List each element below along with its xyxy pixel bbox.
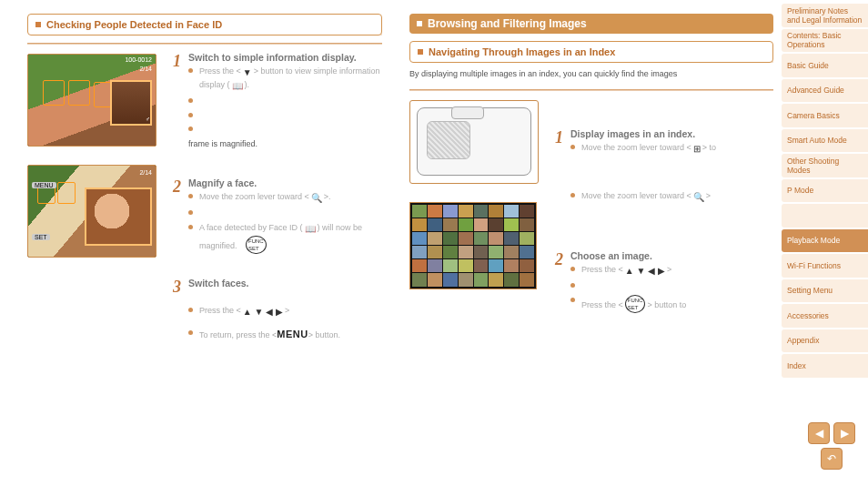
divider bbox=[409, 89, 773, 91]
page-nav: ◀ ▶ ↶ bbox=[808, 422, 855, 470]
lcd-example-1: 100-0012 2/14 ♂ bbox=[27, 54, 156, 147]
camera-grip bbox=[427, 121, 470, 159]
sidebar-item-4[interactable]: Camera Basics bbox=[782, 104, 868, 127]
book-icon: 📖 bbox=[305, 223, 316, 236]
bullet-text bbox=[199, 96, 382, 107]
divider bbox=[27, 43, 382, 45]
sidebar-nav: Preliminary Notes and Legal InformationC… bbox=[782, 4, 868, 380]
bullet-text: To return, press the <MENU> button. bbox=[199, 328, 382, 341]
bullet-icon bbox=[188, 330, 193, 335]
bullet-icon bbox=[188, 98, 193, 103]
sidebar-item-7[interactable]: P Mode bbox=[782, 179, 868, 203]
sidebar-item-14[interactable]: Index bbox=[782, 354, 868, 378]
page-return-button[interactable]: ↶ bbox=[821, 448, 843, 470]
bullet-text bbox=[199, 124, 382, 136]
sub-heading: Navigating Through Images in an Index bbox=[409, 41, 773, 63]
sidebar-item-1[interactable]: Contents: Basic Operations bbox=[782, 29, 868, 53]
bullet-text: Press the <▲ ▼ ◀ ▶> bbox=[199, 305, 382, 319]
bullet-text bbox=[199, 208, 382, 219]
bullet-text: A face detected by Face ID (📖) will now … bbox=[199, 222, 382, 255]
osd-gender: ♂ bbox=[146, 116, 150, 122]
bullet-text: Move the zoom lever toward <🔍>. bbox=[199, 191, 382, 205]
sidebar-item-5[interactable]: Smart Auto Mode bbox=[782, 129, 868, 153]
step-title: Magnify a face. bbox=[188, 177, 382, 188]
step-tail: frame is magnified. bbox=[188, 139, 382, 148]
bullet-text: Press the <▼> button to view simple info… bbox=[199, 66, 382, 93]
lcd-example-2: 2/14 MENU SET bbox=[27, 165, 156, 258]
face-box bbox=[57, 182, 76, 204]
step-number: 1 bbox=[173, 52, 181, 148]
osd-menu: MENU bbox=[32, 182, 56, 188]
bullet-icon bbox=[188, 308, 193, 312]
step-number: 2 bbox=[173, 177, 181, 257]
bullet-text bbox=[581, 280, 769, 292]
bullet-icon bbox=[570, 283, 575, 288]
func-set-icon: FUNCSET bbox=[246, 236, 267, 255]
arrow-keys: ▲ ▼ ◀ ▶ bbox=[243, 306, 283, 319]
bullet-icon bbox=[188, 225, 193, 229]
menu-label: MENU bbox=[277, 329, 308, 339]
bullet-icon bbox=[188, 194, 193, 198]
heading-marker bbox=[418, 49, 423, 55]
heading-marker bbox=[35, 22, 41, 27]
page-prev-button[interactable]: ◀ bbox=[808, 422, 830, 444]
bullet-text: Move the zoom lever toward <⊞> to bbox=[581, 142, 769, 156]
bullet-icon bbox=[188, 68, 193, 73]
sidebar-item-9[interactable]: Playback Mode bbox=[782, 229, 868, 253]
step-number: 3 bbox=[173, 278, 181, 344]
sidebar-item-12[interactable]: Accessories bbox=[782, 304, 868, 328]
sub-heading-text: Navigating Through Images in an Index bbox=[429, 46, 615, 57]
step-title: Choose an image. bbox=[570, 250, 769, 261]
bullet-icon bbox=[188, 113, 193, 117]
osd-imagecount: 2/14 bbox=[139, 66, 152, 72]
bullet-icon bbox=[570, 267, 575, 271]
bullet-icon bbox=[570, 298, 575, 302]
sidebar-item-13[interactable]: Appendix bbox=[782, 329, 868, 353]
index-grid-example bbox=[409, 202, 537, 289]
index-icon: ⊞ bbox=[693, 143, 701, 156]
face-box bbox=[43, 80, 65, 106]
bullet-text: Press the <▲ ▼ ◀ ▶> bbox=[581, 264, 769, 278]
sidebar-item-2[interactable]: Basic Guide bbox=[782, 54, 868, 77]
sidebar-item-11[interactable]: Setting Menu bbox=[782, 279, 868, 303]
left-heading: Checking People Detected in Face ID bbox=[27, 14, 382, 35]
section-heading: Browsing and Filtering Images bbox=[409, 14, 773, 34]
heading-marker bbox=[417, 21, 422, 26]
heading-text: Checking People Detected in Face ID bbox=[46, 19, 222, 30]
sidebar-item-10[interactable]: Wi-Fi Functions bbox=[782, 254, 868, 278]
down-triangle-icon: ▼ bbox=[243, 66, 252, 79]
step-number: 1 bbox=[555, 128, 563, 207]
osd-filecount: 100-0012 bbox=[125, 56, 152, 63]
face-box bbox=[68, 80, 90, 106]
sidebar-item-3[interactable]: Advanced Guide bbox=[782, 79, 868, 103]
face-magnified bbox=[85, 187, 152, 246]
camera-illustration bbox=[409, 100, 539, 184]
func-set-icon: FUNCSET bbox=[625, 295, 646, 314]
magnify-icon: 🔍 bbox=[693, 191, 704, 204]
bullet-icon bbox=[188, 210, 193, 215]
bullet-text bbox=[199, 110, 382, 122]
bullet-text: Move the zoom lever toward <🔍> bbox=[581, 190, 769, 204]
section-heading-text: Browsing and Filtering Images bbox=[428, 17, 587, 30]
step-number: 2 bbox=[555, 250, 563, 316]
sidebar-item-8[interactable] bbox=[782, 204, 868, 228]
bullet-icon bbox=[570, 193, 575, 197]
osd-imagecount: 2/14 bbox=[139, 169, 152, 176]
osd-set: SET bbox=[32, 234, 50, 240]
step-title: Display images in an index. bbox=[570, 128, 769, 139]
page-next-button[interactable]: ▶ bbox=[833, 422, 855, 444]
bullet-icon bbox=[188, 127, 193, 131]
sidebar-item-6[interactable]: Other Shooting Modes bbox=[782, 154, 868, 177]
book-icon: 📖 bbox=[232, 80, 243, 93]
step-title: Switch to simple information display. bbox=[188, 52, 382, 63]
step-title: Switch faces. bbox=[188, 278, 382, 289]
bullet-icon bbox=[570, 145, 575, 149]
lead-paragraph: By displaying multiple images in an inde… bbox=[409, 68, 773, 80]
sidebar-item-0[interactable]: Preliminary Notes and Legal Information bbox=[782, 4, 868, 27]
zoom-lever bbox=[451, 106, 484, 119]
bullet-text: Press the <FUNCSET> button to bbox=[581, 295, 769, 314]
magnify-icon: 🔍 bbox=[311, 192, 322, 205]
arrow-keys: ▲ ▼ ◀ ▶ bbox=[625, 265, 665, 278]
